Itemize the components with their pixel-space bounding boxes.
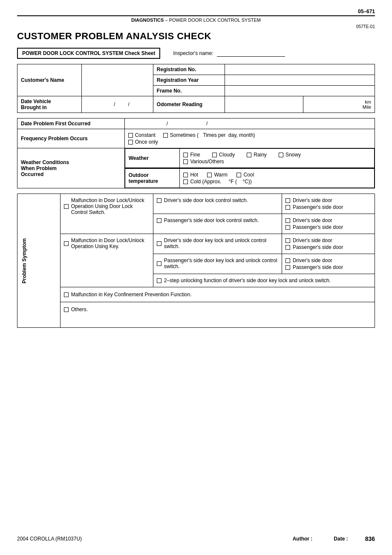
odometer-units: kmMile — [303, 96, 375, 113]
footer-page-number: 836 — [365, 535, 375, 542]
weather-conditions-label: Weather ConditionsWhen ProblemOccurred — [17, 148, 125, 188]
driver-key-options: Driver's side door Passenger's side door — [282, 234, 375, 254]
malfunction-key-cb[interactable] — [64, 241, 69, 246]
others-cb[interactable] — [64, 307, 69, 312]
passenger-door-3-cb[interactable] — [285, 245, 291, 250]
footer-left: 2004 COROLLA (RM1037U) — [17, 536, 82, 542]
check-sheet-header: POWER DOOR LOCK CONTROL SYSTEM Check She… — [17, 48, 375, 59]
date-first-label: Date Problem First Occurred — [17, 119, 125, 129]
frame-no-value[interactable] — [225, 86, 375, 96]
cool-cb[interactable]: Cool — [236, 172, 254, 178]
hot-cb[interactable]: Hot — [183, 172, 198, 178]
weather-options: Fine Cloudy Rainy Snowy Various/Other — [180, 149, 375, 168]
passenger-door-4-cb[interactable] — [285, 265, 291, 270]
driver-side-options-1: Driver's side door Passenger's side door — [282, 194, 375, 214]
passenger-side-options-1: Driver's side door Passenger's side door — [282, 214, 375, 234]
others-row: Others. — [60, 302, 375, 328]
two-step-cb[interactable] — [157, 278, 162, 283]
registration-year-value[interactable] — [225, 75, 375, 86]
passenger-key-switch: Passenger's side door key lock and unloc… — [153, 254, 282, 274]
rainy-cb[interactable]: Rainy — [247, 152, 267, 158]
driver-door-4-cb[interactable] — [285, 258, 291, 263]
weather-label: Weather — [125, 149, 180, 168]
constant-cb[interactable]: Constant — [128, 132, 156, 138]
conditions-table: Date Problem First Occurred / / Frequenc… — [17, 118, 375, 188]
problem-symptom-label: Problem Symptom — [17, 194, 61, 328]
weather-row: Weather Fine Cloudy Rainy — [124, 148, 375, 168]
frame-no-label: Frame No. — [153, 86, 225, 96]
sometimes-cb[interactable]: Sometimes ( — [163, 132, 199, 138]
symptom-key-label: Malfunction in Door Lock/Unlock Operatio… — [60, 234, 153, 287]
info-table: Customer's Name Registration No. Registr… — [17, 64, 375, 113]
passenger-key-options: Driver's side door Passenger's side door — [282, 254, 375, 274]
customer-name-label: Customer's Name — [17, 64, 82, 96]
registration-no-label: Registration No. — [153, 64, 225, 75]
odometer-label: Odometer Reading — [153, 96, 225, 113]
driver-door-lock-sw-cb[interactable] — [157, 198, 162, 203]
outdoor-temp-row: Outdoor temperature Hot Warm Cool — [124, 168, 375, 188]
symptom-table: Problem Symptom Malfunction in Door Lock… — [17, 194, 375, 328]
footer: 2004 COROLLA (RM1037U) Author : Date : 8… — [17, 535, 375, 542]
driver-door-2-cb[interactable] — [285, 218, 291, 223]
driver-side-door-lock-switch: Driver's side door lock control switch. — [153, 194, 282, 214]
header-line: DIAGNOSTICS – POWER DOOR LOCK CONTROL SY… — [17, 15, 375, 23]
temp-options: Hot Warm Cool Cold (Approx. °F ( °C)) — [180, 169, 375, 188]
passenger-door-1-cb[interactable] — [285, 205, 291, 210]
outdoor-temp-label: Outdoor temperature — [125, 169, 180, 188]
header-subtitle: POWER DOOR LOCK CONTROL SYSTEM — [169, 17, 261, 23]
registration-year-label: Registration Year — [153, 75, 225, 86]
footer-right: Author : Date : 836 — [293, 535, 375, 542]
page-number-top: 05–671 — [17, 9, 375, 14]
two-step-unlock: 2–step unlocking function of driver's si… — [153, 274, 375, 287]
inspector-line: Inspector's name: — [173, 50, 285, 57]
frequency-label: Frequency Problem Occurs — [17, 129, 125, 148]
date-brought-value[interactable]: / / — [82, 96, 153, 113]
footer-author-date: Author : Date : — [293, 536, 348, 542]
driver-key-switch: Driver's side door key lock and unlock c… — [153, 234, 282, 254]
inspector-name-field[interactable] — [217, 50, 285, 57]
driver-door-1-cb[interactable] — [285, 198, 291, 203]
footer-author-label: Author : — [293, 536, 313, 542]
symptom-door-lock-switch-label: Malfunction in Door Lock/Unlock Operatio… — [60, 194, 153, 234]
registration-no-value[interactable] — [225, 64, 375, 75]
frequency-value: Constant Sometimes ( Times per day, mont… — [124, 129, 375, 148]
passenger-side-door-lock-switch: Passenger's side door lock control switc… — [153, 214, 282, 234]
passenger-door-lock-sw-cb[interactable] — [157, 218, 162, 223]
header-text: DIAGNOSTICS — [131, 17, 164, 23]
key-confinement-cb[interactable] — [64, 292, 69, 297]
various-cb[interactable]: Various/Others — [183, 159, 224, 165]
once-only-cb[interactable]: Once only — [128, 139, 158, 145]
driver-door-3-cb[interactable] — [285, 238, 291, 243]
header-separator: – — [165, 17, 167, 23]
main-title: CUSTOMER PROBLEM ANALYSIS CHECK — [17, 31, 375, 42]
date-brought-label: Date VehicleBrought in — [17, 96, 82, 113]
key-confinement-row: Malfunction in Key Confinement Preventio… — [60, 287, 375, 302]
driver-key-sw-cb[interactable] — [157, 241, 162, 246]
footer-date-label: Date : — [334, 536, 348, 542]
cloudy-cb[interactable]: Cloudy — [212, 152, 235, 158]
snowy-cb[interactable]: Snowy — [279, 152, 301, 158]
malfunction-switch-cb[interactable] — [64, 204, 69, 209]
warm-cb[interactable]: Warm — [207, 172, 228, 178]
passenger-door-2-cb[interactable] — [285, 225, 291, 230]
fine-cb[interactable]: Fine — [183, 152, 200, 158]
check-sheet-box: POWER DOOR LOCK CONTROL SYSTEM Check She… — [17, 48, 160, 59]
odometer-value[interactable] — [225, 96, 303, 113]
date-first-value[interactable]: / / — [124, 119, 375, 129]
cold-cb[interactable]: Cold (Approx. °F ( °C)) — [183, 179, 251, 185]
passenger-key-sw-cb[interactable] — [157, 261, 162, 266]
doc-code: 057TE-01 — [17, 24, 375, 29]
customer-name-value[interactable] — [82, 64, 153, 96]
